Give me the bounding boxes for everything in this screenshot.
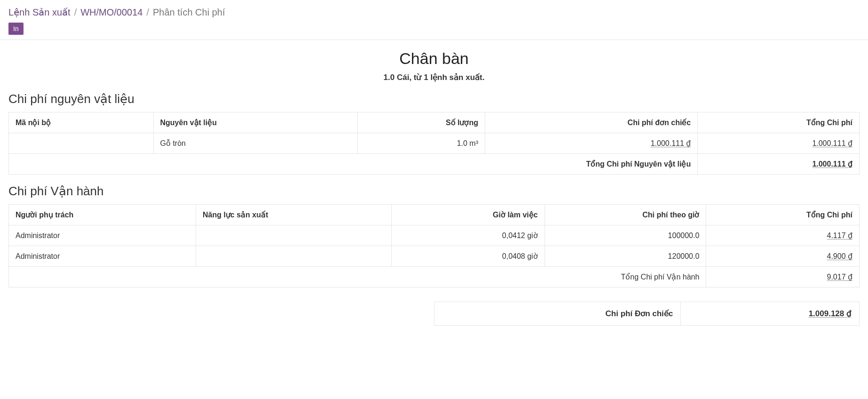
cell-hour-cost: 120000.0 — [544, 246, 706, 267]
col-responsible: Người phụ trách — [9, 205, 196, 225]
cell-capacity — [196, 246, 391, 267]
materials-summary-label: Tổng Chi phí Nguyên vật liệu — [9, 154, 698, 175]
breadcrumb-separator: / — [146, 7, 149, 18]
cell-responsible: Administrator — [9, 246, 196, 267]
materials-summary-row: Tổng Chi phí Nguyên vật liệu 1.000.111 ₫ — [9, 154, 860, 175]
col-internal-ref: Mã nội bộ — [9, 112, 154, 133]
currency-value: 1.000.111 ₫ — [651, 139, 691, 147]
table-row: Administrator 0,0408 giờ 120000.0 4.900 … — [9, 246, 860, 267]
operations-table: Người phụ trách Năng lực sản xuất Giờ là… — [8, 204, 860, 287]
cell-hour-cost: 100000.0 — [544, 225, 706, 246]
page-subtitle: 1.0 Cái, từ 1 lệnh sản xuất. — [8, 72, 860, 82]
currency-value: 4.117 ₫ — [827, 231, 852, 239]
content-area: Chân bàn 1.0 Cái, từ 1 lệnh sản xuất. Ch… — [0, 40, 868, 340]
col-hours: Giờ làm việc — [392, 205, 545, 225]
page-title: Chân bàn — [8, 49, 860, 68]
cell-qty: 1.0 m³ — [357, 133, 485, 154]
final-summary-table: Chi phí Đơn chiếc 1.009.128 ₫ — [434, 302, 860, 326]
materials-section-title: Chi phí nguyên vật liệu — [8, 92, 860, 106]
breadcrumb-link-lenh-san-xuat[interactable]: Lệnh Sản xuất — [8, 7, 71, 18]
cell-material: Gỗ tròn — [153, 133, 357, 154]
col-hour-cost: Chi phí theo giờ — [544, 205, 706, 225]
col-total-cost: Tổng Chi phí — [706, 205, 860, 225]
col-capacity: Năng lực sản xuất — [196, 205, 391, 225]
operations-summary-label: Tổng Chi phí Vận hành — [9, 267, 706, 287]
col-qty: Số lượng — [357, 112, 485, 133]
operations-section-title: Chi phí Vận hành — [8, 184, 860, 199]
table-header-row: Người phụ trách Năng lực sản xuất Giờ là… — [9, 205, 860, 225]
cell-total-cost: 1.000.111 ₫ — [698, 133, 860, 154]
col-total-cost: Tổng Chi phí — [698, 112, 860, 133]
cell-hours: 0,0412 giờ — [392, 225, 545, 246]
table-row: Administrator 0,0412 giờ 100000.0 4.117 … — [9, 225, 860, 246]
currency-value: 1.000.111 ₫ — [812, 139, 852, 147]
materials-summary-value: 1.000.111 ₫ — [698, 154, 860, 175]
final-label: Chi phí Đơn chiếc — [434, 302, 681, 326]
print-button[interactable]: In — [8, 23, 24, 35]
table-row: Gỗ tròn 1.0 m³ 1.000.111 ₫ 1.000.111 ₫ — [9, 133, 860, 154]
cell-internal-ref — [9, 133, 154, 154]
cell-capacity — [196, 225, 391, 246]
cell-responsible: Administrator — [9, 225, 196, 246]
currency-value: 1.000.111 ₫ — [812, 160, 852, 168]
cell-total-cost: 4.900 ₫ — [706, 246, 860, 267]
breadcrumb: Lệnh Sản xuất / WH/MO/00014 / Phân tích … — [0, 0, 868, 18]
final-row: Chi phí Đơn chiếc 1.009.128 ₫ — [434, 302, 860, 326]
breadcrumb-link-mo-number[interactable]: WH/MO/00014 — [80, 7, 142, 18]
cell-total-cost: 4.117 ₫ — [706, 225, 860, 246]
materials-table: Mã nội bộ Nguyên vật liệu Số lượng Chi p… — [8, 112, 860, 175]
currency-value: 1.009.128 ₫ — [809, 309, 852, 318]
operations-summary-row: Tổng Chi phí Vận hành 9.017 ₫ — [9, 267, 860, 287]
toolbar: In — [0, 18, 868, 40]
cell-hours: 0,0408 giờ — [392, 246, 545, 267]
col-unit-cost: Chi phí đơn chiếc — [485, 112, 698, 133]
currency-value: 9.017 ₫ — [827, 273, 852, 281]
breadcrumb-separator: / — [74, 7, 77, 18]
col-material: Nguyên vật liệu — [153, 112, 357, 133]
breadcrumb-current: Phân tích Chi phí — [153, 7, 225, 18]
currency-value: 4.900 ₫ — [827, 252, 852, 260]
table-header-row: Mã nội bộ Nguyên vật liệu Số lượng Chi p… — [9, 112, 860, 133]
operations-summary-value: 9.017 ₫ — [706, 267, 860, 287]
final-value: 1.009.128 ₫ — [681, 302, 860, 326]
cell-unit-cost: 1.000.111 ₫ — [485, 133, 698, 154]
